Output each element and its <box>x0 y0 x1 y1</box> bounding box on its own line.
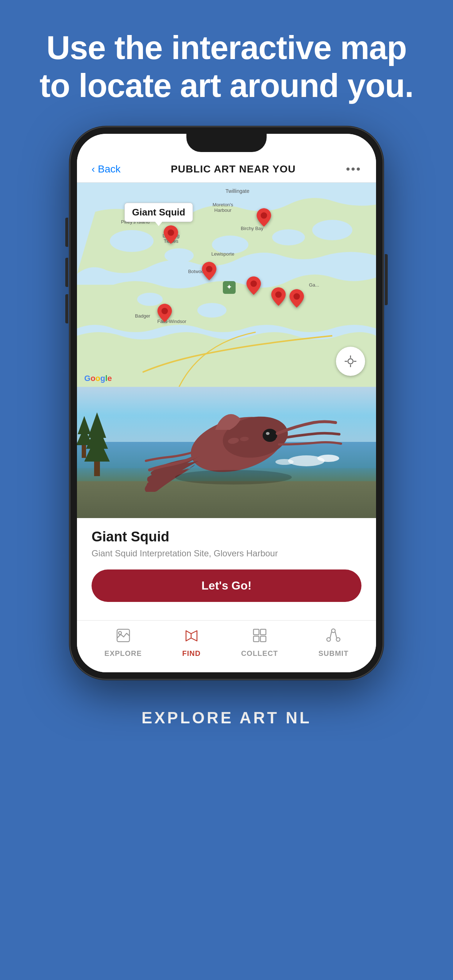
svg-rect-57 <box>260 636 266 642</box>
svg-point-5 <box>312 220 353 240</box>
hero-section: Use the interactive map to locate art ar… <box>0 0 453 127</box>
svg-text:Twillingate: Twillingate <box>225 188 249 194</box>
chevron-left-icon: ‹ <box>91 163 95 175</box>
collect-label: COLLECT <box>241 649 278 658</box>
svg-text:Badger: Badger <box>135 313 151 319</box>
phone-mockup: ‹ Back PUBLIC ART NEAR YOU ••• <box>70 127 383 679</box>
svg-rect-55 <box>260 629 266 635</box>
tooltip-text: Giant Squid <box>132 207 185 218</box>
google-branding: Google <box>84 374 112 383</box>
phone-frame: ‹ Back PUBLIC ART NEAR YOU ••• <box>70 127 383 679</box>
more-options-button[interactable]: ••• <box>346 162 362 176</box>
map-pin-botwood[interactable] <box>201 261 217 283</box>
svg-point-25 <box>250 280 257 287</box>
nav-item-submit[interactable]: SUBMIT <box>318 628 349 658</box>
svg-point-50 <box>275 459 293 465</box>
phone-screen: ‹ Back PUBLIC ART NEAR YOU ••• <box>77 134 376 672</box>
map-background: ✦ Twillingate Moreton's Harbour Pilley's… <box>77 183 376 387</box>
svg-rect-37 <box>94 461 100 476</box>
find-icon <box>184 628 199 646</box>
giant-squid-sculpture <box>131 404 343 492</box>
nav-item-collect[interactable]: COLLECT <box>241 628 278 658</box>
svg-point-23 <box>261 212 267 219</box>
svg-point-1 <box>110 230 153 252</box>
bottom-branding: EXPLORE ART NL <box>142 709 311 727</box>
svg-point-43 <box>263 429 277 442</box>
nav-item-explore[interactable]: EXPLORE <box>104 628 142 658</box>
artwork-title: Giant Squid <box>91 529 362 545</box>
svg-rect-56 <box>254 636 259 642</box>
app-navbar: ‹ Back PUBLIC ART NEAR YOU ••• <box>77 156 376 183</box>
svg-rect-40 <box>82 445 86 458</box>
svg-text:✦: ✦ <box>226 283 232 291</box>
svg-line-61 <box>330 632 332 638</box>
svg-point-29 <box>348 359 353 364</box>
phone-notch <box>187 134 266 152</box>
artwork-photo <box>77 387 376 518</box>
svg-point-59 <box>327 638 330 641</box>
map-pin-moretons[interactable] <box>256 207 272 229</box>
info-card: Giant Squid Giant Squid Interpretation S… <box>77 518 376 620</box>
branding-text: EXPLORE ART NL <box>142 709 311 727</box>
svg-point-27 <box>293 293 300 300</box>
back-button[interactable]: ‹ Back <box>91 163 121 175</box>
svg-point-24 <box>206 266 213 272</box>
map-pin-leading-tickles[interactable] <box>163 224 179 246</box>
svg-text:Moreton's: Moreton's <box>213 202 233 207</box>
artwork-location: Giant Squid Interpretation Site, Glovers… <box>91 548 362 558</box>
screen-title: PUBLIC ART NEAR YOU <box>171 163 296 175</box>
explore-icon <box>116 628 131 646</box>
back-label: Back <box>98 163 120 175</box>
trees-decoration <box>77 409 117 482</box>
find-label: FIND <box>182 649 201 658</box>
submit-icon <box>326 628 341 646</box>
map-pin-2[interactable] <box>270 286 287 308</box>
svg-point-47 <box>175 470 292 485</box>
svg-point-2 <box>164 248 194 263</box>
my-location-button[interactable] <box>336 347 365 376</box>
squid-svg <box>131 404 343 492</box>
svg-point-49 <box>317 455 339 462</box>
map-area[interactable]: ✦ Twillingate Moreton's Harbour Pilley's… <box>77 183 376 387</box>
svg-rect-54 <box>254 629 259 635</box>
submit-label: SUBMIT <box>318 649 349 658</box>
map-pin-1[interactable] <box>246 275 262 297</box>
location-icon <box>344 355 357 368</box>
nav-item-find[interactable]: FIND <box>182 628 201 658</box>
explore-label: EXPLORE <box>104 649 142 658</box>
lets-go-button[interactable]: Let's Go! <box>91 570 362 602</box>
svg-point-4 <box>272 229 305 245</box>
map-pin-falls-windsor[interactable] <box>156 303 173 325</box>
svg-point-44 <box>266 432 270 435</box>
svg-point-28 <box>161 308 168 314</box>
svg-point-26 <box>275 291 282 298</box>
map-tooltip: Giant Squid <box>124 203 193 222</box>
svg-text:Lewisporte: Lewisporte <box>212 251 234 257</box>
bottom-navigation: EXPLORE FIND <box>77 620 376 672</box>
hero-title: Use the interactive map to locate art ar… <box>29 29 424 105</box>
svg-point-22 <box>168 229 174 236</box>
map-pin-3[interactable] <box>289 288 305 310</box>
svg-point-7 <box>197 303 226 318</box>
svg-point-52 <box>118 632 121 635</box>
svg-line-62 <box>335 632 337 638</box>
collect-icon <box>252 628 267 646</box>
svg-text:Harbour: Harbour <box>214 207 232 213</box>
svg-point-58 <box>332 629 335 633</box>
svg-point-60 <box>336 638 340 641</box>
svg-text:Ga...: Ga... <box>309 282 319 288</box>
svg-rect-51 <box>117 629 129 642</box>
